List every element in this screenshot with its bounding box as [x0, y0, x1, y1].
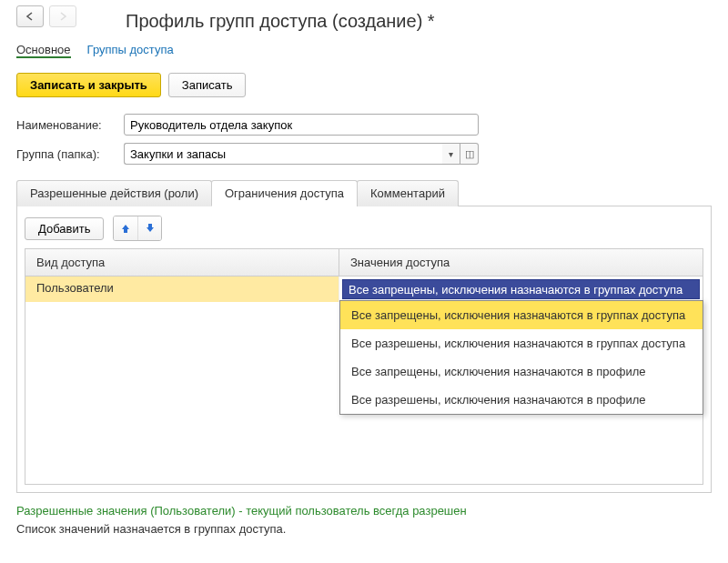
arrow-left-icon: [25, 12, 35, 21]
grid-header-values[interactable]: Значения доступа: [339, 249, 703, 276]
dropdown-option[interactable]: Все разрешены, исключения назначаются в …: [340, 329, 703, 357]
dropdown-option[interactable]: Все запрещены, исключения назначаются в …: [340, 357, 703, 386]
arrow-up-icon: [120, 223, 131, 234]
nav-forward-button: [49, 5, 76, 27]
footer-hint-allowed: Разрешенные значения (Пользователи) - те…: [16, 502, 712, 520]
chevron-down-icon: ▾: [449, 149, 453, 159]
group-dropdown-button[interactable]: ▾: [442, 143, 460, 165]
arrow-down-icon: [145, 223, 156, 234]
table-row[interactable]: Пользователи Все запрещены, исключения н…: [25, 276, 703, 302]
open-icon: ◫: [465, 148, 474, 160]
name-label: Наименование:: [16, 118, 118, 132]
name-input[interactable]: [124, 114, 479, 136]
group-input[interactable]: [124, 143, 442, 165]
footer-hint-list: Список значений назначается в группах до…: [16, 520, 712, 538]
save-and-close-button[interactable]: Записать и закрыть: [16, 73, 161, 97]
nav-back-button[interactable]: [16, 5, 44, 27]
move-down-button[interactable]: [137, 216, 161, 240]
move-up-button[interactable]: [114, 216, 137, 240]
cell-kind[interactable]: Пользователи: [25, 276, 339, 302]
section-groups[interactable]: Группы доступа: [87, 43, 174, 58]
grid-header-kind[interactable]: Вид доступа: [25, 249, 339, 276]
tab-body-restrictions: Добавить Вид доступа Значения доступа По…: [16, 206, 712, 493]
dropdown-option[interactable]: Все разрешены, исключения назначаются в …: [340, 386, 703, 414]
tab-comment[interactable]: Комментарий: [357, 180, 459, 206]
add-button[interactable]: Добавить: [25, 217, 104, 240]
value-dropdown: Все запрещены, исключения назначаются в …: [339, 300, 703, 415]
cell-value-text[interactable]: Все запрещены, исключения назначаются в …: [342, 279, 700, 299]
tab-roles[interactable]: Разрешенные действия (роли): [16, 180, 212, 206]
access-grid: Вид доступа Значения доступа Пользовател…: [25, 248, 703, 485]
cell-value[interactable]: Все запрещены, исключения назначаются в …: [339, 276, 703, 302]
tab-restrictions[interactable]: Ограничения доступа: [211, 180, 358, 206]
group-open-button[interactable]: ◫: [460, 143, 479, 165]
group-label: Группа (папка):: [16, 147, 118, 161]
section-main[interactable]: Основное: [16, 43, 71, 58]
dropdown-option[interactable]: Все запрещены, исключения назначаются в …: [340, 301, 703, 329]
arrow-right-icon: [58, 12, 67, 21]
save-button[interactable]: Записать: [168, 73, 247, 97]
page-title: Профиль групп доступа (создание) *: [16, 9, 712, 37]
